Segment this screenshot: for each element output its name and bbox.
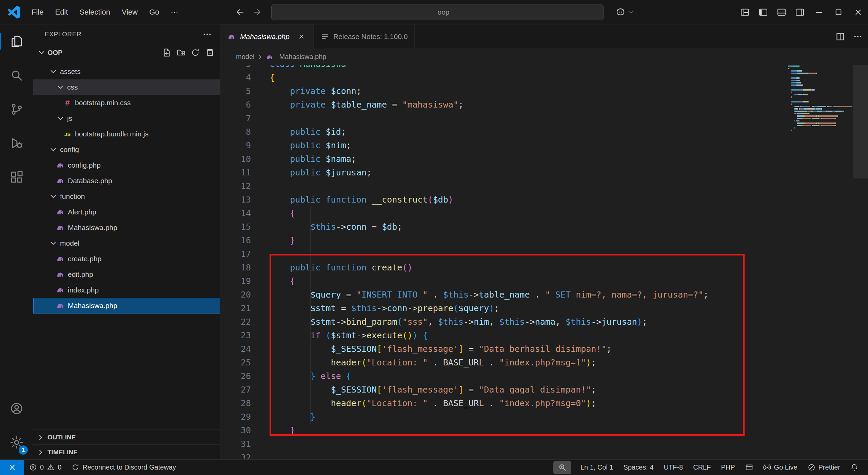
activity-run-and-debug[interactable] bbox=[0, 126, 33, 160]
code-line-11[interactable]: 11 public $jurusan; bbox=[220, 166, 868, 179]
status-go-live[interactable]: Go Live bbox=[758, 460, 803, 475]
toggle-primary-sidebar-button[interactable] bbox=[754, 3, 772, 21]
tab-close-icon[interactable] bbox=[296, 32, 307, 42]
customize-layout-button[interactable] bbox=[736, 3, 754, 21]
code-line-24[interactable]: 24 $_SESSION['flash_message'] = "Data be… bbox=[220, 342, 868, 356]
status-language-mode[interactable]: PHP bbox=[716, 460, 740, 475]
code-line-5[interactable]: 5 private $conn; bbox=[220, 84, 868, 98]
menu-edit[interactable]: Edit bbox=[49, 4, 74, 20]
code-line-7[interactable]: 7 bbox=[220, 112, 868, 125]
activity-extensions[interactable] bbox=[0, 160, 33, 194]
status-encoding[interactable]: UTF-8 bbox=[659, 460, 688, 475]
code-line-4[interactable]: 4{ bbox=[220, 71, 868, 84]
tree-item-function[interactable]: function bbox=[33, 189, 220, 204]
tree-item-create.php[interactable]: create.php bbox=[33, 251, 220, 267]
tree-item-assets[interactable]: assets bbox=[33, 64, 220, 79]
workspace-section-oop[interactable]: OOP bbox=[33, 44, 220, 61]
menu-view[interactable]: View bbox=[116, 4, 143, 20]
panel-outline[interactable]: OUTLINE bbox=[33, 430, 220, 444]
code-editor[interactable]: 3class Mahasiswa4{5 private $conn;6 priv… bbox=[220, 65, 868, 459]
status-remote[interactable] bbox=[0, 460, 24, 475]
explorer-more-actions-icon[interactable] bbox=[202, 30, 212, 39]
code-line-9[interactable]: 9 public $nim; bbox=[220, 139, 868, 152]
minimap[interactable] bbox=[788, 65, 853, 459]
tree-item-database.php[interactable]: Database.php bbox=[33, 173, 220, 189]
chevron-down-icon[interactable] bbox=[37, 48, 46, 57]
code-line-16[interactable]: 16 } bbox=[220, 234, 868, 247]
tree-item-index.php[interactable]: index.php bbox=[33, 282, 220, 298]
tree-item-config.php[interactable]: config.php bbox=[33, 157, 220, 173]
code-line-6[interactable]: 6 private $table_name = "mahasiswa"; bbox=[220, 98, 868, 112]
split-editor-icon[interactable] bbox=[835, 32, 845, 41]
tree-item-mahasiswa.php[interactable]: Mahasiswa.php bbox=[33, 298, 220, 314]
tab-release-notes-1.100.0[interactable]: Release Notes: 1.100.0 bbox=[314, 24, 415, 49]
command-center[interactable]: oop bbox=[271, 4, 604, 20]
code-line-27[interactable]: 27 $_SESSION['flash_message'] = "Data ga… bbox=[220, 383, 868, 397]
menu-selection[interactable]: Selection bbox=[74, 4, 116, 20]
tree-item-bootstrap.min.css[interactable]: #bootstrap.min.css bbox=[33, 95, 220, 111]
status-discord-reconnect[interactable]: Reconnect to Discord Gateway bbox=[66, 460, 181, 475]
minimize-button[interactable] bbox=[809, 0, 829, 24]
tree-item-edit.php[interactable]: edit.php bbox=[33, 267, 220, 282]
status-problems[interactable]: 00 bbox=[24, 460, 66, 475]
status-cursor-position[interactable]: Ln 1, Col 1 bbox=[575, 460, 618, 475]
code-line-8[interactable]: 8 public $id; bbox=[220, 125, 868, 139]
code-line-28[interactable]: 28 header("Location: " . BASE_URL . "ind… bbox=[220, 397, 868, 410]
toggle-panel-button[interactable] bbox=[772, 3, 791, 21]
panel-timeline[interactable]: TIMELINE bbox=[33, 444, 220, 459]
status-notifications[interactable] bbox=[845, 460, 863, 475]
activity-search[interactable] bbox=[0, 58, 33, 92]
code-line-31[interactable]: 31 bbox=[220, 437, 868, 451]
status-indentation[interactable]: Spaces: 4 bbox=[618, 460, 659, 475]
toggle-secondary-sidebar-button[interactable] bbox=[791, 3, 809, 21]
code-line-26[interactable]: 26 } else { bbox=[220, 369, 868, 383]
activity-manage[interactable]: 1 bbox=[0, 425, 33, 459]
new-folder-icon[interactable] bbox=[177, 48, 185, 57]
tree-item-mahasiswa.php[interactable]: Mahasiswa.php bbox=[33, 220, 220, 235]
go-back-icon[interactable] bbox=[235, 7, 245, 17]
code-line-18[interactable]: 18 public function create() bbox=[220, 261, 868, 274]
activity-accounts[interactable] bbox=[0, 392, 33, 425]
menu-more[interactable]: ··· bbox=[165, 4, 184, 20]
status-zoom[interactable] bbox=[553, 461, 571, 474]
new-file-icon[interactable] bbox=[162, 48, 171, 57]
tab-mahasiswa.php[interactable]: Mahasiswa.php bbox=[220, 24, 314, 49]
code-line-13[interactable]: 13 public function __construct($db) bbox=[220, 193, 868, 207]
code-line-19[interactable]: 19 { bbox=[220, 274, 868, 288]
code-line-25[interactable]: 25 header("Location: " . BASE_URL . "ind… bbox=[220, 356, 868, 369]
code-line-29[interactable]: 29 } bbox=[220, 410, 868, 424]
code-line-30[interactable]: 30 } bbox=[220, 424, 868, 437]
collapse-folders-icon[interactable] bbox=[205, 48, 214, 57]
code-line-15[interactable]: 15 $this->conn = $db; bbox=[220, 220, 868, 234]
activity-explorer[interactable] bbox=[0, 24, 33, 58]
tree-item-css[interactable]: css bbox=[33, 79, 220, 95]
code-line-20[interactable]: 20 $query = "INSERT INTO " . $this->tabl… bbox=[220, 288, 868, 302]
code-line-22[interactable]: 22 $stmt->bind_param("sss", $this->nim, … bbox=[220, 315, 868, 329]
code-line-21[interactable]: 21 $stmt = $this->conn->prepare($query); bbox=[220, 302, 868, 315]
tree-item-config[interactable]: config bbox=[33, 142, 220, 157]
tree-item-js[interactable]: js bbox=[33, 111, 220, 126]
tree-item-bootstrap.bundle.min.js[interactable]: JSbootstrap.bundle.min.js bbox=[33, 126, 220, 142]
tree-item-alert.php[interactable]: Alert.php bbox=[33, 204, 220, 220]
menu-go[interactable]: Go bbox=[143, 4, 165, 20]
copilot-button[interactable] bbox=[612, 4, 637, 20]
code-line-23[interactable]: 23 if ($stmt->execute()) { bbox=[220, 329, 868, 342]
menu-file[interactable]: File bbox=[26, 4, 49, 20]
activity-source-control[interactable] bbox=[0, 92, 33, 126]
code-line-14[interactable]: 14 { bbox=[220, 207, 868, 220]
code-line-17[interactable]: 17 bbox=[220, 247, 868, 261]
scrollbar-slider[interactable] bbox=[853, 65, 868, 178]
code-line-10[interactable]: 10 public $nama; bbox=[220, 152, 868, 166]
refresh-explorer-icon[interactable] bbox=[191, 48, 200, 57]
status-eol[interactable]: CRLF bbox=[688, 460, 716, 475]
code-line-3[interactable]: 3class Mahasiswa bbox=[220, 65, 868, 71]
breadcrumb-item-mahasiswa.php[interactable]: Mahasiswa.php bbox=[266, 53, 326, 61]
code-line-32[interactable]: 32 bbox=[220, 451, 868, 459]
tree-item-model[interactable]: model bbox=[33, 235, 220, 251]
status-prettier[interactable]: Prettier bbox=[803, 460, 845, 475]
breadcrumb-item-model[interactable]: model bbox=[236, 53, 254, 61]
maximize-button[interactable] bbox=[829, 0, 848, 24]
more-editor-actions-icon[interactable] bbox=[853, 32, 863, 41]
close-button[interactable] bbox=[848, 0, 868, 24]
status-browser-preview[interactable] bbox=[740, 460, 758, 475]
